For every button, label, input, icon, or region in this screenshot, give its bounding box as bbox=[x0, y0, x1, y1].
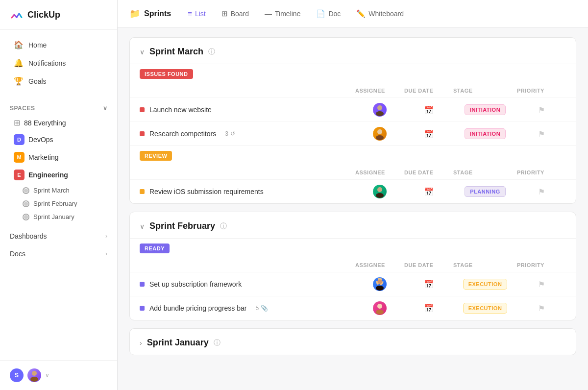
task-assignee bbox=[355, 301, 404, 315]
sidebar-item-engineering[interactable]: E Engineering bbox=[4, 166, 113, 184]
sprint-february-chevron[interactable]: ∨ bbox=[140, 222, 145, 230]
sprint-february-info-icon[interactable]: ⓘ bbox=[220, 222, 227, 231]
calendar-icon: 📅 bbox=[424, 280, 434, 289]
spaces-section-header: Spaces ∨ bbox=[0, 100, 117, 115]
avatar bbox=[373, 277, 387, 291]
sidebar-item-sprint-february[interactable]: Sprint February bbox=[4, 197, 113, 210]
sprint-february-header: ∨ Sprint February ⓘ bbox=[130, 212, 576, 238]
svg-point-5 bbox=[376, 135, 384, 140]
sprint-march-review-group: REVIEW ASSIGNEE DUE DATE STAGE PRIORITY … bbox=[130, 146, 576, 203]
task-col-header bbox=[140, 170, 355, 175]
tab-whiteboard[interactable]: ✏️ Whiteboard bbox=[349, 6, 411, 21]
sidebar-item-sprint-march[interactable]: Sprint March bbox=[4, 184, 113, 197]
issues-found-label-row: ISSUES FOUND bbox=[130, 64, 576, 84]
sprint-february-section: ∨ Sprint February ⓘ READY ASSIGNEE DUE D… bbox=[129, 212, 576, 320]
tab-list[interactable]: ≡ List bbox=[181, 6, 213, 21]
avatar-svg bbox=[373, 185, 387, 198]
avatar-svg bbox=[373, 127, 387, 141]
sidebar-item-docs[interactable]: Docs › bbox=[0, 245, 117, 263]
sidebar-item-notifications[interactable]: 🔔 Notifications bbox=[4, 54, 113, 72]
timeline-icon: — bbox=[265, 9, 272, 18]
task-label: Set up subscription framework bbox=[149, 280, 242, 288]
sprint-march-section: ∨ Sprint March ⓘ ISSUES FOUND ASSIGNEE D… bbox=[129, 37, 576, 204]
task-stage: INITIATION bbox=[453, 128, 517, 139]
stage-badge: EXECUTION bbox=[463, 279, 508, 290]
task-label: Launch new website bbox=[149, 106, 212, 114]
attachment-icon: 📎 bbox=[261, 305, 268, 312]
stage-col-header: STAGE bbox=[453, 170, 517, 175]
flag-icon: ⚑ bbox=[538, 129, 545, 139]
task-subtask-count: 5 📎 bbox=[255, 305, 268, 312]
issues-found-table-header: ASSIGNEE DUE DATE STAGE PRIORITY bbox=[130, 84, 576, 98]
avatar-svg bbox=[373, 103, 387, 117]
page-title: Sprints bbox=[144, 9, 171, 18]
task-due-date: 📅 bbox=[404, 105, 453, 115]
sidebar-item-devops[interactable]: D DevOps bbox=[4, 131, 113, 148]
ready-label-row: READY bbox=[130, 239, 576, 258]
task-due-date: 📅 bbox=[404, 280, 453, 289]
table-row[interactable]: Review iOS submission requirements 📅 bbox=[130, 179, 576, 203]
calendar-icon: 📅 bbox=[424, 105, 434, 115]
tab-doc-label: Doc bbox=[328, 10, 341, 18]
issues-found-badge: ISSUES FOUND bbox=[140, 69, 193, 79]
task-stage: EXECUTION bbox=[453, 279, 517, 290]
task-col-header bbox=[140, 262, 355, 268]
duedate-col-header: DUE DATE bbox=[404, 170, 453, 175]
sidebar-item-goals[interactable]: 🏆 Goals bbox=[4, 72, 113, 90]
sprint-january-title: Sprint January bbox=[147, 338, 209, 348]
table-row[interactable]: Research competitors 3 ↺ bbox=[130, 122, 576, 146]
task-label: Add bundle pricing progress bar bbox=[149, 304, 246, 312]
user-menu-chevron[interactable]: ∨ bbox=[45, 372, 49, 379]
sprint-january-chevron[interactable]: › bbox=[140, 339, 142, 347]
user-avatar-photo[interactable] bbox=[27, 368, 41, 382]
task-dot bbox=[140, 107, 145, 112]
user-avatar-initial[interactable]: S bbox=[10, 368, 24, 382]
tab-list-label: List bbox=[195, 10, 206, 18]
table-row[interactable]: Launch new website 📅 bbox=[130, 98, 576, 122]
sidebar-item-marketing[interactable]: M Marketing bbox=[4, 148, 113, 166]
review-table-header: ASSIGNEE DUE DATE STAGE PRIORITY bbox=[130, 166, 576, 179]
dashboards-chevron[interactable]: › bbox=[105, 233, 107, 240]
svg-point-11 bbox=[377, 304, 382, 309]
stage-badge: PLANNING bbox=[465, 186, 505, 197]
task-dot bbox=[140, 131, 145, 136]
sprint-march-chevron[interactable]: ∨ bbox=[140, 48, 145, 56]
tab-doc[interactable]: 📄 Doc bbox=[309, 6, 347, 21]
sidebar-item-sprint-january[interactable]: Sprint January bbox=[4, 210, 113, 223]
sidebar-item-home-label: Home bbox=[28, 41, 47, 49]
tab-timeline[interactable]: — Timeline bbox=[258, 6, 307, 21]
sidebar-item-home[interactable]: 🏠 Home bbox=[4, 36, 113, 54]
clickup-logo-icon bbox=[10, 8, 24, 22]
review-badge: REVIEW bbox=[140, 151, 172, 161]
sidebar-item-dashboards[interactable]: Dashboards › bbox=[0, 227, 117, 245]
assignee-col-header: ASSIGNEE bbox=[355, 88, 404, 94]
sidebar-item-goals-label: Goals bbox=[28, 77, 47, 85]
svg-point-3 bbox=[376, 111, 384, 116]
avatar-svg bbox=[373, 277, 387, 291]
sprint-february-ready-group: READY ASSIGNEE DUE DATE STAGE PRIORITY S… bbox=[130, 238, 576, 320]
sprint-january-section: › Sprint January ⓘ bbox=[129, 328, 576, 355]
task-due-date: 📅 bbox=[404, 187, 453, 196]
duedate-col-header: DUE DATE bbox=[404, 262, 453, 268]
sidebar-item-everything[interactable]: ⊞ 88 Everything bbox=[4, 115, 113, 131]
sprint-march-info-icon[interactable]: ⓘ bbox=[208, 48, 215, 56]
flag-icon: ⚑ bbox=[538, 304, 545, 313]
app-logo[interactable]: ClickUp bbox=[0, 0, 117, 30]
top-nav: 📁 Sprints ≡ List ⊞ Board — Timeline 📄 Do… bbox=[118, 0, 588, 27]
svg-point-0 bbox=[32, 371, 37, 376]
spaces-chevron[interactable]: ∨ bbox=[103, 105, 108, 112]
tab-board[interactable]: ⊞ Board bbox=[215, 6, 256, 21]
docs-chevron[interactable]: › bbox=[105, 250, 107, 257]
tab-board-label: Board bbox=[231, 10, 249, 18]
task-assignee bbox=[355, 277, 404, 291]
priority-col-header: PRIORITY bbox=[517, 170, 566, 175]
flag-icon: ⚑ bbox=[538, 187, 545, 196]
table-row[interactable]: Set up subscription framework 📅 bbox=[130, 272, 576, 296]
table-row[interactable]: Add bundle pricing progress bar 5 📎 bbox=[130, 296, 576, 320]
task-assignee bbox=[355, 103, 404, 117]
sprint-march-header: ∨ Sprint March ⓘ bbox=[130, 38, 576, 64]
task-stage: PLANNING bbox=[453, 186, 517, 197]
sprint-january-info-icon[interactable]: ⓘ bbox=[214, 339, 220, 347]
stage-badge: INITIATION bbox=[465, 128, 506, 139]
task-name: Set up subscription framework bbox=[140, 280, 355, 288]
